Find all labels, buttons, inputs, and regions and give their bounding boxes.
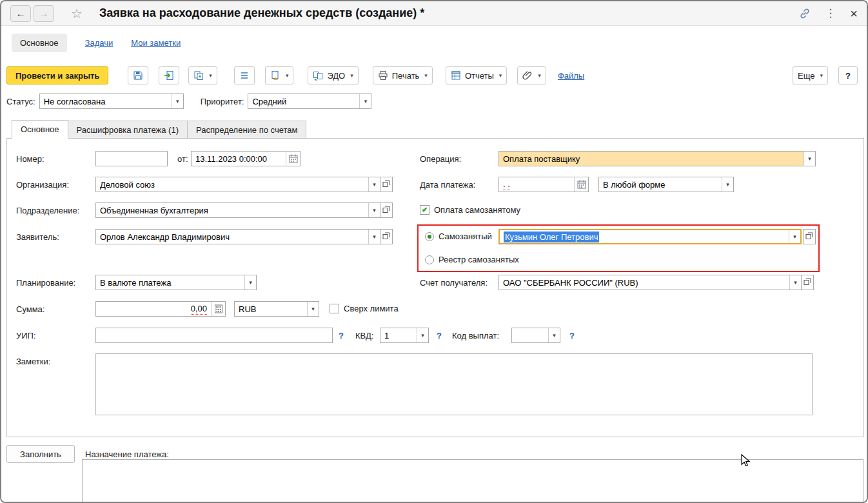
more-button[interactable]: Еще ▾	[793, 66, 828, 84]
registry-radio[interactable]	[425, 255, 434, 264]
save-button[interactable]	[128, 66, 148, 84]
create-based-on-button[interactable]: ▾	[265, 66, 294, 84]
currency-value: RUB	[235, 302, 307, 316]
kvd-value: 1	[380, 328, 417, 342]
print-icon	[378, 70, 388, 81]
titlebar-actions: ⋮ ×	[799, 7, 858, 20]
planning-label: Планирование:	[16, 275, 75, 290]
recipient-account-value: ОАО "СБЕРБАНК РОССИИ" (RUB)	[499, 275, 789, 290]
uip-help-link[interactable]: ?	[339, 328, 348, 343]
payment-purpose-textarea[interactable]	[82, 459, 863, 503]
help-button[interactable]: ?	[838, 66, 858, 84]
planning-combobox[interactable]: В валюте платежа ▾	[95, 275, 257, 290]
payout-code-label: Код выплат:	[452, 328, 499, 343]
recipient-account-open-button[interactable]	[801, 275, 814, 290]
favorite-star-icon[interactable]: ☆	[71, 7, 83, 20]
toolbar: Провести и закрыть ▾ ▾	[1, 61, 867, 90]
applicant-value: Орлов Александр Владимирович	[96, 230, 368, 244]
payment-form-combobox[interactable]: В любой форме ▾	[598, 177, 734, 192]
operation-combobox[interactable]: Оплата поставщику ▾	[498, 151, 816, 166]
kvd-help-link[interactable]: ?	[437, 328, 446, 343]
self-employed-combobox[interactable]: Кузьмин Олег Петрович ▾	[498, 229, 802, 244]
amount-label: Сумма:	[16, 301, 44, 317]
notes-textarea[interactable]	[95, 353, 813, 415]
get-link-icon[interactable]	[799, 8, 811, 19]
over-limit-checkbox[interactable]	[330, 304, 339, 313]
document-date-input[interactable]: 13.11.2023 0:00:00	[191, 151, 301, 166]
status-combobox[interactable]: Не согласована ▾	[39, 94, 184, 109]
chevron-down-icon[interactable]: ▾	[789, 275, 801, 290]
nav-main[interactable]: Основное	[12, 34, 67, 52]
department-combobox[interactable]: Объединенная бухгалтерия ▾	[95, 202, 380, 218]
fill-button[interactable]: Заполнить	[6, 445, 75, 463]
payout-code-help-link[interactable]: ?	[569, 328, 578, 343]
print-button[interactable]: Печать ▾	[373, 66, 433, 84]
uip-input[interactable]	[95, 328, 333, 343]
recipient-account-combobox[interactable]: ОАО "СБЕРБАНК РОССИИ" (RUB) ▾	[498, 275, 802, 290]
chevron-down-icon[interactable]: ▾	[172, 94, 183, 108]
organization-open-button[interactable]	[380, 177, 393, 192]
copy-button[interactable]: ▾	[188, 66, 217, 84]
registry-radio-label: Реестр самозанятых	[439, 255, 519, 264]
chevron-down-icon[interactable]: ▾	[368, 230, 380, 244]
chevron-down-icon[interactable]: ▾	[548, 328, 560, 342]
calendar-icon[interactable]	[574, 177, 588, 192]
department-label: Подразделение:	[16, 202, 79, 218]
applicant-combobox[interactable]: Орлов Александр Владимирович ▾	[95, 229, 380, 244]
kvd-combobox[interactable]: 1 ▾	[380, 328, 429, 343]
open-object-icon	[805, 231, 813, 242]
create-based-on-icon	[270, 70, 281, 81]
back-button[interactable]: ←	[10, 5, 31, 22]
post-and-close-button[interactable]: Провести и закрыть	[6, 66, 108, 84]
organization-value: Деловой союз	[96, 177, 368, 192]
post-document-button[interactable]	[159, 66, 179, 84]
chevron-down-icon[interactable]: ▾	[368, 177, 380, 192]
chevron-down-icon[interactable]: ▾	[789, 230, 800, 243]
reports-icon	[451, 70, 461, 81]
tab-main[interactable]: Основное	[12, 120, 68, 139]
number-input[interactable]	[95, 151, 168, 166]
tab-payment-decoding[interactable]: Расшифровка платежа (1)	[68, 121, 188, 139]
payment-date-placeholder: . .	[503, 179, 510, 190]
payment-date-label: Дата платежа:	[420, 177, 475, 192]
print-label: Печать	[392, 71, 420, 81]
pay-self-employed-row: ✔ Оплата самозанятому	[420, 205, 520, 215]
files-link[interactable]: Файлы	[558, 71, 584, 81]
nav-tasks[interactable]: Задачи	[85, 38, 113, 48]
tab-account-distribution[interactable]: Распределение по счетам	[187, 121, 306, 139]
kebab-menu-icon[interactable]: ⋮	[825, 8, 836, 19]
calculator-icon[interactable]	[211, 302, 225, 316]
organization-combobox[interactable]: Деловой союз ▾	[95, 177, 380, 192]
applicant-open-button[interactable]	[380, 229, 393, 244]
register-records-button[interactable]	[234, 66, 255, 84]
edo-button[interactable]: ЭДО ▾	[308, 66, 358, 84]
reports-button[interactable]: Отчеты ▾	[446, 66, 507, 84]
pay-self-employed-checkbox[interactable]: ✔	[420, 205, 429, 215]
chevron-down-icon[interactable]: ▾	[417, 328, 428, 342]
payment-date-input[interactable]: . .	[498, 177, 589, 192]
status-row: Статус: Не согласована ▾ Приоритет: Сред…	[1, 92, 867, 111]
chevron-down-icon[interactable]: ▾	[722, 177, 733, 192]
amount-input[interactable]: 0,00	[95, 301, 226, 317]
chevron-down-icon[interactable]: ▾	[368, 203, 380, 217]
attachments-button[interactable]: ▾	[517, 66, 546, 84]
payment-form-value: В любой форме	[599, 177, 722, 192]
currency-combobox[interactable]: RUB ▾	[234, 301, 319, 317]
calendar-icon[interactable]	[286, 152, 300, 166]
chevron-down-icon[interactable]: ▾	[307, 302, 319, 316]
self-employed-open-button[interactable]	[803, 229, 816, 244]
chevron-down-icon[interactable]: ▾	[804, 152, 815, 166]
reports-label: Отчеты	[465, 71, 494, 81]
payout-code-combobox[interactable]: ▾	[511, 328, 560, 343]
close-icon[interactable]: ×	[850, 7, 858, 20]
self-employed-radio[interactable]	[425, 232, 434, 241]
department-open-button[interactable]	[380, 202, 393, 218]
chevron-down-icon[interactable]: ▾	[359, 94, 371, 108]
priority-combobox[interactable]: Средний ▾	[248, 94, 371, 109]
chevron-down-icon[interactable]: ▾	[244, 275, 256, 290]
copy-icon	[193, 70, 204, 81]
open-object-icon	[382, 204, 390, 216]
nav-notes[interactable]: Мои заметки	[131, 38, 181, 48]
section-nav: Основное Задачи Мои заметки	[1, 26, 867, 59]
forward-button[interactable]: →	[34, 5, 54, 22]
